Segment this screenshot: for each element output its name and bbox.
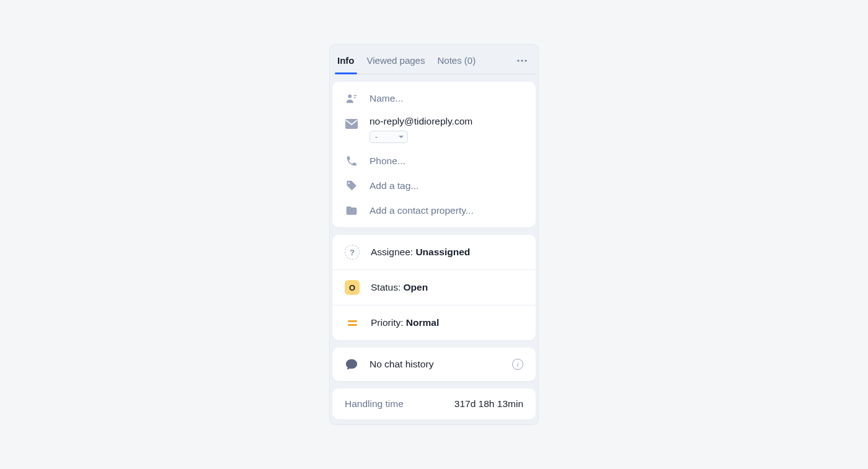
svg-point-1: [521, 59, 523, 61]
priority-row[interactable]: Priority: Normal: [332, 305, 536, 340]
tabs: Info Viewed pages Notes (0): [332, 47, 536, 74]
info-icon[interactable]: i: [512, 359, 523, 370]
name-placeholder: Name...: [370, 93, 403, 104]
status-row[interactable]: O Status: Open: [332, 270, 536, 305]
priority-text: Priority: Normal: [371, 317, 439, 328]
property-placeholder: Add a contact property...: [370, 205, 474, 216]
handling-time-value: 317d 18h 13min: [454, 398, 523, 410]
assignee-text: Assignee: Unassigned: [371, 247, 470, 258]
chat-icon: [345, 357, 358, 371]
phone-field[interactable]: Phone...: [332, 149, 536, 173]
chat-history-text: No chat history: [370, 359, 433, 370]
name-field[interactable]: Name...: [332, 82, 536, 111]
person-icon: [345, 92, 358, 105]
tab-viewed-pages[interactable]: Viewed pages: [366, 47, 427, 74]
email-value: no-reply@tidioreply.com: [370, 116, 472, 127]
more-options-icon[interactable]: [516, 59, 528, 62]
tab-info[interactable]: Info: [336, 47, 356, 74]
svg-point-0: [517, 59, 519, 61]
contact-info-panel: Info Viewed pages Notes (0) Name... no-r…: [329, 44, 539, 425]
assignee-row[interactable]: ? Assignee: Unassigned: [332, 235, 536, 270]
priority-icon: [345, 315, 360, 330]
tag-field[interactable]: Add a tag...: [332, 173, 536, 198]
email-field[interactable]: no-reply@tidioreply.com -: [332, 111, 536, 149]
meta-card: ? Assignee: Unassigned O Status: Open Pr…: [332, 235, 536, 340]
contact-card: Name... no-reply@tidioreply.com - Phone.…: [332, 82, 536, 227]
tab-notes[interactable]: Notes (0): [436, 47, 477, 74]
chat-history-card: No chat history i: [332, 348, 536, 381]
email-icon: [345, 117, 358, 131]
handling-time-card: Handling time 317d 18h 13min: [332, 388, 536, 419]
phone-icon: [345, 154, 358, 168]
svg-point-3: [348, 94, 352, 98]
svg-rect-4: [354, 95, 357, 96]
phone-placeholder: Phone...: [370, 156, 405, 167]
property-field[interactable]: Add a contact property...: [332, 198, 536, 227]
status-icon: O: [345, 280, 360, 295]
tag-placeholder: Add a tag...: [370, 180, 418, 191]
handling-time-label: Handling time: [345, 398, 404, 410]
status-text: Status: Open: [371, 282, 428, 293]
folder-icon: [345, 204, 358, 217]
svg-point-2: [525, 59, 526, 61]
svg-rect-5: [354, 97, 356, 98]
email-type-select[interactable]: -: [370, 131, 408, 143]
tag-icon: [345, 179, 358, 193]
assignee-icon: ?: [345, 245, 360, 260]
